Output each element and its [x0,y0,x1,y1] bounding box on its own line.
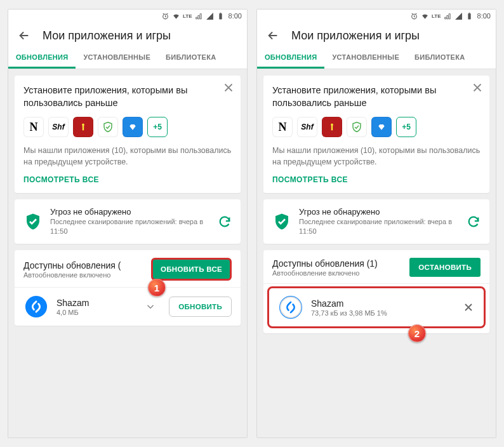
battery-icon [216,12,225,20]
lte-label: LTE [183,13,192,19]
shazam-icon [278,295,303,320]
svg-point-4 [82,124,84,126]
app-icon-more[interactable]: +5 [147,117,168,137]
tabs: ОБНОВЛЕНИЯ УСТАНОВЛЕННЫЕ БИБЛИОТЕКА [257,46,496,69]
back-icon[interactable] [266,29,280,43]
suggest-app-icons: N Shf +5 [23,117,232,137]
page-title: Мои приложения и игры [291,29,420,43]
shield-check-icon [272,212,291,231]
updates-card: Доступны обновления ( Автообновление вкл… [15,250,241,326]
content: Установите приложения, которыми вы польз… [8,69,247,437]
scan-card: Угроз не обнаружено Последнее сканирован… [15,199,241,244]
content: Установите приложения, которыми вы польз… [257,69,496,437]
app-icon-5[interactable] [123,117,143,137]
scan-text: Угроз не обнаружено Последнее сканирован… [50,207,210,236]
signal-icon [444,12,452,20]
app-name: Shazam [311,298,454,309]
app-icon-2[interactable]: Shf [48,117,69,137]
stop-button[interactable]: ОСТАНОВИТЬ [409,258,481,277]
battery-icon [465,12,474,20]
close-icon[interactable] [470,81,484,95]
callout-2: 2 [408,324,426,342]
updates-title: Доступны обновления (1) [272,258,378,269]
scan-title: Угроз не обнаружено [299,207,459,217]
signal-icon-2 [454,12,463,20]
view-all-button[interactable]: ПОСМОТРЕТЬ ВСЕ [272,175,481,184]
updates-title: Доступны обновления ( [23,260,121,270]
phone-left: LTE 8:00 Мои приложения и игры ОБНОВЛЕНИ… [8,9,248,438]
app-row-shazam[interactable]: Shazam 4,0 МБ ОБНОВИТЬ 1 [15,288,241,326]
callout-1: 1 [148,279,166,297]
suggestion-card: Установите приложения, которыми вы польз… [15,76,241,193]
updates-subtitle: Автообновление включено [23,271,121,279]
tab-installed[interactable]: УСТАНОВЛЕННЫЕ [76,46,158,69]
updates-subtitle: Автообновление включено [272,269,378,277]
tab-installed[interactable]: УСТАНОВЛЕННЫЕ [324,46,407,69]
signal-icon-2 [206,12,214,20]
app-size: 4,0 МБ [56,309,137,316]
page-title: Мои приложения и игры [43,29,171,43]
app-progress: 73,73 кБ из 3,98 МБ 1% [311,309,454,317]
update-button[interactable]: ОБНОВИТЬ [169,297,232,317]
suggest-desc: Мы нашли приложения (10), которыми вы по… [272,145,481,168]
svg-point-5 [25,296,47,317]
app-icon-3[interactable] [73,117,93,137]
alarm-icon [161,12,169,20]
app-icon-3[interactable] [322,117,342,137]
header: Мои приложения и игры [8,22,247,46]
tab-library[interactable]: БИБЛИОТЕКА [158,46,223,69]
app-icon-notion[interactable]: N [23,117,44,137]
app-icon-2[interactable]: Shf [297,117,317,137]
update-all-button[interactable]: ОБНОВИТЬ ВСЕ [151,258,232,281]
app-icon-notion[interactable]: N [272,117,293,137]
back-icon[interactable] [17,29,31,43]
scan-card: Угроз не обнаружено Последнее сканирован… [263,199,489,244]
tabs: ОБНОВЛЕНИЯ УСТАНОВЛЕННЫЕ БИБЛИОТЕКА [8,46,247,69]
signal-icon [195,12,203,20]
cancel-download-icon[interactable] [462,301,475,314]
app-icon-5[interactable] [371,117,392,137]
refresh-icon[interactable] [467,215,481,229]
suggest-app-icons: N Shf +5 [272,117,481,137]
svg-rect-1 [219,13,222,19]
svg-rect-7 [468,13,470,19]
header: Мои приложения и игры [257,22,496,46]
alarm-icon [410,12,418,20]
svg-point-10 [331,124,333,126]
refresh-icon[interactable] [218,215,232,229]
app-name: Shazam [56,298,137,308]
svg-rect-8 [468,13,470,13]
tab-updates[interactable]: ОБНОВЛЕНИЯ [257,46,324,69]
suggest-title: Установите приложения, которыми вы польз… [23,84,232,109]
tab-library[interactable]: БИБЛИОТЕКА [407,46,472,69]
scan-subtitle: Последнее сканирование приложений: вчера… [50,217,210,236]
clock: 8:00 [477,12,491,20]
phone-right: LTE 8:00 Мои приложения и игры ОБНОВЛЕНИ… [256,9,496,438]
suggestion-card: Установите приложения, которыми вы польз… [263,76,489,193]
suggest-desc: Мы нашли приложения (10), которыми вы по… [23,145,232,168]
tab-updates[interactable]: ОБНОВЛЕНИЯ [8,46,76,69]
chevron-down-icon[interactable] [145,301,156,312]
scan-subtitle: Последнее сканирование приложений: вчера… [299,217,459,236]
suggest-title: Установите приложения, которыми вы польз… [272,84,481,109]
updates-card: Доступны обновления (1) Автообновление в… [263,250,489,333]
app-icon-4[interactable] [98,117,118,137]
scan-text: Угроз не обнаружено Последнее сканирован… [299,207,459,236]
wifi-icon [421,12,429,20]
clock: 8:00 [229,12,242,20]
close-icon[interactable] [222,81,235,95]
app-icon-4[interactable] [347,117,367,137]
status-bar: LTE 8:00 [257,10,496,22]
lte-label: LTE [432,13,441,19]
app-icon-more[interactable]: +5 [396,117,416,137]
status-bar: LTE 8:00 [8,10,247,22]
view-all-button[interactable]: ПОСМОТРЕТЬ ВСЕ [23,175,232,184]
scan-title: Угроз не обнаружено [50,207,210,217]
shield-check-icon [23,212,43,231]
shazam-icon [23,294,49,319]
svg-rect-2 [220,13,221,13]
app-row-shazam-downloading[interactable]: Shazam 73,73 кБ из 3,98 МБ 1% [267,286,486,328]
wifi-icon [172,12,180,20]
